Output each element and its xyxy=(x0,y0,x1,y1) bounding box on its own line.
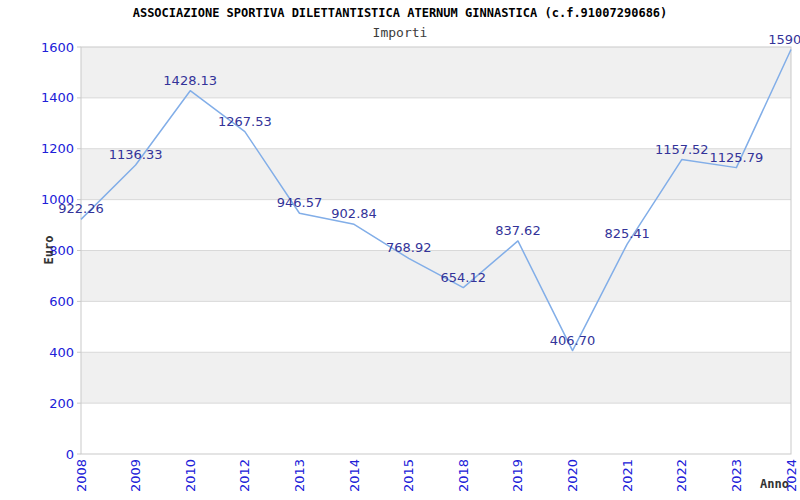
x-tick-label: 2023 xyxy=(729,459,744,492)
value-label: 654.12 xyxy=(441,270,487,285)
x-tick-label: 2012 xyxy=(237,459,252,492)
y-tick-label: 200 xyxy=(49,396,74,411)
y-tick-label: 1400 xyxy=(41,90,74,105)
y-axis-title: Euro xyxy=(42,236,56,265)
x-tick-label: 2009 xyxy=(128,459,143,492)
plot-band xyxy=(81,352,791,403)
x-tick-label: 2021 xyxy=(620,459,635,492)
value-label: 1157.52 xyxy=(655,142,709,157)
x-tick-label: 2022 xyxy=(674,459,689,492)
x-tick-label: 2013 xyxy=(292,459,307,492)
x-tick-label: 2008 xyxy=(74,459,89,492)
x-tick-label: 2020 xyxy=(565,459,580,492)
y-tick-label: 600 xyxy=(49,294,74,309)
x-tick-label: 2014 xyxy=(347,459,362,492)
y-tick-label: 1600 xyxy=(41,40,74,55)
chart-title: ASSOCIAZIONE SPORTIVA DILETTANTISTICA AT… xyxy=(0,6,800,20)
value-label: 1125.79 xyxy=(710,150,764,165)
value-label: 1428.13 xyxy=(163,73,217,88)
value-label: 406.70 xyxy=(550,333,596,348)
value-label: 902.84 xyxy=(331,206,377,221)
x-tick-label: 2015 xyxy=(401,459,416,492)
value-label: 922.26 xyxy=(58,201,104,216)
x-axis-title: Anno xyxy=(760,477,789,491)
value-label: 1267.53 xyxy=(218,114,272,129)
value-label: 825.41 xyxy=(604,226,650,241)
x-tick-label: 2018 xyxy=(456,459,471,492)
value-label: 946.57 xyxy=(277,195,323,210)
plot-band xyxy=(81,251,791,302)
chart: 0200400600800100012001400160020082009201… xyxy=(0,0,800,500)
value-label: 768.92 xyxy=(386,240,432,255)
chart-svg: 0200400600800100012001400160020082009201… xyxy=(0,0,800,500)
value-label: 837.62 xyxy=(495,223,541,238)
y-tick-label: 400 xyxy=(49,345,74,360)
y-tick-label: 1200 xyxy=(41,141,74,156)
x-tick-label: 2010 xyxy=(183,459,198,492)
x-tick-label: 2019 xyxy=(510,459,525,492)
value-label: 1136.33 xyxy=(109,147,163,162)
chart-subtitle: Importi xyxy=(0,25,800,40)
